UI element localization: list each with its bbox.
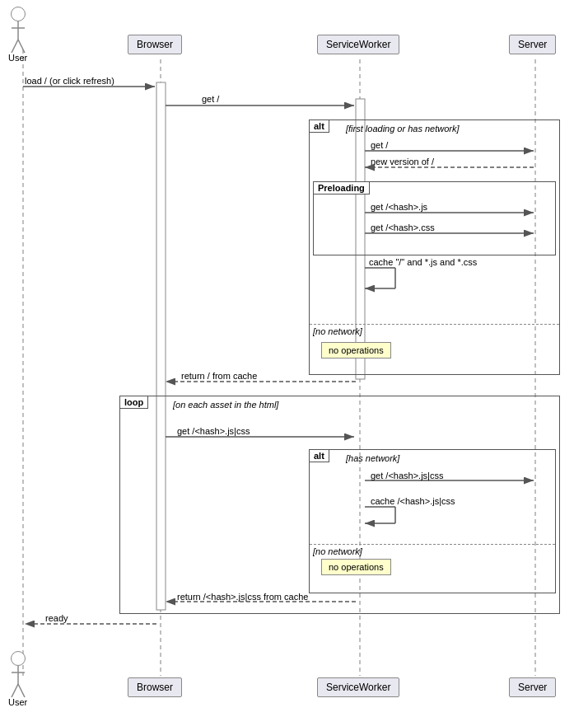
user-body-bottom [9, 666, 27, 699]
user-label-top: User [8, 53, 27, 63]
msg-preload-hash-js: get /<hash>.js [371, 202, 427, 212]
fragment-loop-guard: [on each asset in the html] [173, 400, 278, 410]
msg-get-hash-jscss2: get /<hash>.js|css [371, 471, 443, 480]
actor-server-top: Server [509, 35, 556, 54]
svg-line-31 [18, 684, 25, 697]
msg-return-from-cache: return / from cache [181, 371, 257, 381]
fragment-preloading-label: Preloading [313, 181, 370, 194]
msg-get-slash-server: get / [371, 140, 388, 150]
svg-line-26 [12, 40, 18, 53]
actor-sw-bottom: ServiceWorker [317, 677, 399, 697]
fragment-alt1-guard-if: [first loading or has network] [346, 124, 460, 134]
msg-load-refresh: load / (or click refresh) [25, 76, 114, 86]
actor-sw-top: ServiceWorker [317, 35, 399, 54]
actor-user-bottom: User [8, 651, 27, 707]
svg-line-27 [18, 40, 25, 53]
user-body-top [9, 21, 27, 54]
fragment-alt1-guard-else: [no network] [313, 326, 362, 336]
actor-user-top: User [8, 7, 27, 63]
note-no-operations-1: no operations [321, 342, 391, 358]
note-no-operations-2: no operations [321, 559, 391, 575]
fragment-alt2-guard-if: [has network] [346, 453, 399, 463]
fragment-loop-label: loop [119, 396, 148, 409]
msg-get-slash: get / [202, 94, 219, 104]
msg-return-hash-from-cache: return /<hash>.js|css from cache [177, 592, 308, 602]
diagram-container: User Browser ServiceWorker Server load /… [0, 0, 588, 717]
msg-ready: ready [45, 613, 68, 623]
user-label-bottom: User [8, 697, 27, 707]
fragment-alt1-label: alt [309, 120, 329, 133]
actor-browser-top: Browser [128, 35, 182, 54]
svg-line-30 [12, 684, 18, 697]
alt1-divider [310, 324, 559, 325]
msg-cache-hash-jscss: cache /<hash>.js|css [371, 496, 455, 506]
fragment-alt2-label: alt [309, 449, 329, 462]
alt2-divider [310, 544, 555, 545]
msg-get-hash-jscss: get /<hash>.js|css [177, 426, 250, 436]
msg-new-version: new version of / [371, 157, 434, 166]
fragment-alt2-guard-else: [no network] [313, 546, 362, 556]
msg-cache-js-css: cache "/" and *.js and *.css [369, 257, 477, 267]
actor-browser-bottom: Browser [128, 677, 182, 697]
actor-server-bottom: Server [509, 677, 556, 697]
user-head-top [11, 7, 26, 21]
user-head-bottom [11, 651, 26, 666]
msg-preload-hash-css: get /<hash>.css [371, 223, 435, 232]
